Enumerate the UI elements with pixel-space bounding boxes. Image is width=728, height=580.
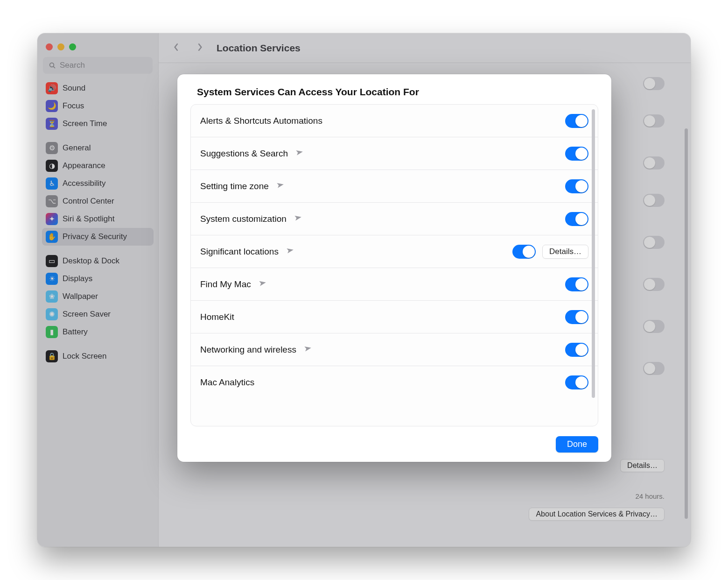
sheet-body: Alerts & Shortcuts AutomationsSuggestion… [190, 104, 598, 426]
search-icon [49, 62, 56, 69]
sheet-scrollbar[interactable] [592, 109, 595, 398]
battery-icon: ▮ [46, 326, 58, 338]
details-button[interactable]: Details… [542, 245, 588, 259]
location-arrow-icon [300, 343, 313, 356]
appearance-icon: ◑ [46, 160, 58, 172]
background-toggle[interactable] [643, 77, 665, 90]
chevron-left-icon [173, 42, 180, 52]
service-row: Mac Analytics [191, 366, 598, 399]
close-window-icon[interactable] [46, 43, 53, 50]
desktop-icon: ▭ [46, 255, 58, 267]
sidebar-item-focus[interactable]: 🌙Focus [42, 97, 154, 115]
service-toggle[interactable] [565, 310, 588, 324]
search-placeholder: Search [60, 61, 85, 70]
sidebar-item-displays[interactable]: ☀︎Displays [42, 270, 154, 288]
sidebar-item-label: Sound [63, 84, 85, 93]
service-row: Setting time zone [191, 170, 598, 203]
service-row: Find My Mac [191, 268, 598, 301]
location-arrow-icon [254, 277, 267, 291]
service-row: Alerts & Shortcuts Automations [191, 105, 598, 137]
service-label: Suggestions & Search [200, 149, 288, 159]
service-label: Networking and wireless [200, 345, 296, 355]
location-arrow-icon [290, 212, 303, 226]
sidebar-item-access[interactable]: ♿︎Accessibility [42, 175, 154, 192]
done-button[interactable]: Done [556, 436, 598, 453]
background-toggle[interactable] [643, 114, 665, 127]
service-toggle[interactable] [565, 147, 588, 161]
minimize-window-icon[interactable] [57, 43, 64, 50]
background-toggle[interactable] [643, 194, 665, 207]
search-input[interactable]: Search [43, 57, 153, 74]
sidebar-item-label: General [63, 143, 91, 153]
cc-icon: ⌥ [46, 195, 58, 207]
service-row: Suggestions & Search [191, 137, 598, 170]
service-row: Networking and wireless [191, 333, 598, 366]
service-row: System customization [191, 203, 598, 235]
location-arrow-icon [291, 147, 304, 160]
svg-point-0 [50, 63, 54, 67]
service-label: Mac Analytics [200, 377, 254, 388]
sidebar-item-siri[interactable]: ✦Siri & Spotlight [42, 210, 154, 228]
sidebar-item-label: Desktop & Dock [63, 256, 119, 266]
sidebar-item-label: Appearance [63, 161, 105, 170]
sidebar-item-battery[interactable]: ▮Battery [42, 323, 154, 341]
focus-icon: 🌙 [46, 100, 58, 112]
service-label: Significant locations [200, 247, 279, 257]
background-toggle[interactable] [643, 278, 665, 291]
svg-line-1 [53, 66, 55, 68]
sidebar-item-wallpaper[interactable]: ❀Wallpaper [42, 288, 154, 305]
location-arrow-icon [282, 245, 295, 258]
sidebar-item-lock[interactable]: 🔒Lock Screen [42, 347, 154, 365]
back-button[interactable] [170, 39, 183, 57]
sidebar-item-cc[interactable]: ⌥Control Center [42, 192, 154, 210]
service-label: Find My Mac [200, 279, 251, 290]
sidebar-item-label: Privacy & Security [63, 232, 127, 241]
footnote-text: 24 hours. [635, 492, 665, 500]
displays-icon: ☀︎ [46, 273, 58, 285]
wallpaper-icon: ❀ [46, 290, 58, 303]
sheet-title: System Services Can Access Your Location… [177, 74, 611, 101]
service-toggle[interactable] [512, 245, 536, 259]
sidebar-item-desktop[interactable]: ▭Desktop & Dock [42, 252, 154, 270]
service-toggle[interactable] [565, 179, 588, 193]
background-toggle[interactable] [643, 156, 665, 170]
lock-icon: 🔒 [46, 350, 58, 362]
sidebar-item-general[interactable]: ⚙︎General [42, 139, 154, 157]
sidebar-item-label: Lock Screen [63, 352, 107, 361]
sheet-footer: Done [177, 426, 611, 462]
sidebar-item-sound[interactable]: 🔊Sound [42, 79, 154, 97]
sidebar-item-screentime[interactable]: ⏳Screen Time [42, 115, 154, 133]
background-toggle[interactable] [643, 236, 665, 249]
service-label: System customization [200, 214, 287, 224]
sidebar-item-label: Accessibility [63, 179, 106, 188]
service-row: HomeKit [191, 301, 598, 333]
background-toggle[interactable] [643, 362, 665, 375]
settings-window: Search 🔊Sound🌙Focus⏳Screen Time⚙︎General… [37, 33, 691, 547]
service-label: Setting time zone [200, 181, 269, 191]
zoom-window-icon[interactable] [69, 43, 76, 50]
sidebar-item-appearance[interactable]: ◑Appearance [42, 157, 154, 175]
sidebar-item-label: Displays [63, 274, 92, 283]
page-title: Location Services [217, 42, 301, 54]
sidebar-item-label: Siri & Spotlight [63, 214, 115, 224]
service-toggle[interactable] [565, 212, 588, 226]
service-toggle[interactable] [565, 277, 588, 291]
window-controls [37, 39, 158, 57]
page-scrollbar[interactable] [685, 128, 688, 519]
sidebar-item-ssaver[interactable]: ✺Screen Saver [42, 305, 154, 323]
service-row: Significant locationsDetails… [191, 235, 598, 268]
system-services-sheet: System Services Can Access Your Location… [177, 74, 611, 462]
service-toggle[interactable] [565, 375, 588, 389]
system-services-details-button[interactable]: Details… [620, 459, 665, 472]
service-label: Alerts & Shortcuts Automations [200, 116, 322, 126]
background-toggle[interactable] [643, 320, 665, 333]
forward-button[interactable] [193, 39, 206, 57]
about-location-privacy-button[interactable]: About Location Services & Privacy… [529, 508, 665, 521]
service-toggle[interactable] [565, 114, 588, 128]
service-label: HomeKit [200, 312, 234, 322]
sidebar-item-privacy[interactable]: ✋Privacy & Security [42, 228, 154, 246]
service-toggle[interactable] [565, 343, 588, 357]
sound-icon: 🔊 [46, 82, 58, 94]
sidebar: Search 🔊Sound🌙Focus⏳Screen Time⚙︎General… [37, 33, 159, 547]
general-icon: ⚙︎ [46, 142, 58, 154]
